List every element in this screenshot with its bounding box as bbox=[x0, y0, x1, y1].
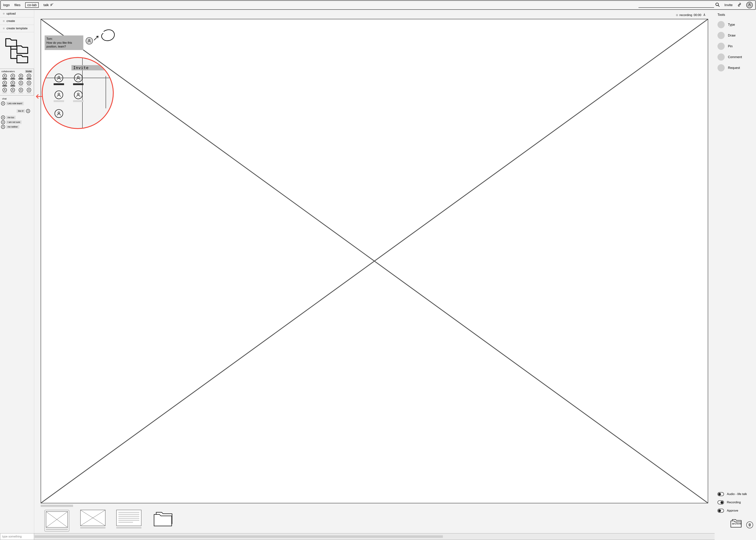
svg-line-5 bbox=[41, 19, 708, 503]
avatar-icon bbox=[1, 120, 5, 124]
chat-panel: chat Lets vote team! like it! me too I a… bbox=[0, 95, 34, 533]
nav-colab[interactable]: co-lab bbox=[25, 2, 39, 8]
nav-logo[interactable]: logo bbox=[3, 3, 10, 7]
collaborator[interactable] bbox=[26, 74, 32, 79]
collaborator[interactable] bbox=[18, 88, 24, 93]
recording-dot-icon bbox=[676, 14, 678, 16]
svg-line-3 bbox=[718, 5, 719, 7]
avatar-icon bbox=[1, 101, 5, 105]
thumbnail-page[interactable] bbox=[116, 510, 141, 528]
recording-label: recording bbox=[680, 13, 692, 17]
action-create-template[interactable]: create template bbox=[0, 25, 34, 32]
cursor-avatar bbox=[86, 37, 93, 45]
svg-point-2 bbox=[716, 3, 718, 6]
thumbnail-strip bbox=[41, 507, 708, 533]
avatar-icon bbox=[1, 125, 5, 129]
toggle-audio[interactable]: Audio - life talk bbox=[717, 492, 753, 496]
collaborator[interactable] bbox=[18, 81, 24, 86]
canvas-vscroll-indicator[interactable] bbox=[41, 505, 73, 507]
chat-message: like it! bbox=[1, 106, 33, 115]
nav-talk-label: talk bbox=[43, 3, 49, 7]
collaborator[interactable] bbox=[1, 81, 8, 86]
tool-request[interactable]: Request bbox=[717, 64, 753, 71]
action-create[interactable]: create bbox=[0, 17, 34, 25]
chat-message: I am not sure bbox=[1, 120, 33, 124]
search[interactable] bbox=[639, 2, 720, 8]
thumbnail-page[interactable] bbox=[44, 510, 69, 532]
profile-avatar[interactable] bbox=[746, 2, 753, 8]
folder-tree-icon[interactable] bbox=[0, 32, 34, 68]
search-icon[interactable] bbox=[715, 2, 720, 8]
recording-time: 00:00 bbox=[693, 13, 701, 17]
collaborator[interactable] bbox=[10, 74, 16, 79]
chat-title: chat bbox=[2, 97, 33, 100]
comment-author: Tom: bbox=[47, 37, 81, 41]
right-sidebar: Tools Type Draw Pin Comment Request Audi… bbox=[715, 10, 756, 533]
recording-status: recording 00:00 bbox=[41, 12, 708, 18]
download-icon[interactable] bbox=[703, 13, 706, 17]
chat-input[interactable]: type something bbox=[0, 533, 34, 540]
collaborator[interactable] bbox=[1, 74, 8, 79]
collaborator[interactable] bbox=[1, 88, 8, 93]
cursor-arrow-icon bbox=[93, 35, 100, 41]
comment-text: How do you like this position, team? bbox=[47, 41, 81, 49]
archive-button[interactable]: archive bbox=[730, 518, 743, 531]
tools-title: Tools bbox=[717, 13, 753, 17]
left-sidebar: upload create create template collaborat… bbox=[0, 10, 34, 533]
horizontal-scrollbar[interactable] bbox=[34, 533, 715, 540]
nav-talk[interactable]: talk bbox=[43, 3, 54, 8]
link-icon[interactable] bbox=[737, 3, 742, 8]
collaborator[interactable] bbox=[18, 74, 24, 79]
trash-button[interactable] bbox=[746, 521, 753, 528]
avatar-icon bbox=[26, 109, 30, 113]
tool-type[interactable]: Type bbox=[717, 21, 753, 28]
collaborator[interactable] bbox=[26, 81, 32, 86]
canvas[interactable]: Tom: How do you like this position, team… bbox=[41, 19, 708, 503]
mute-icon bbox=[50, 3, 54, 8]
collaborators-invite-button[interactable]: Invite bbox=[25, 70, 32, 73]
tool-pin[interactable]: Pin bbox=[717, 43, 753, 50]
invite-link[interactable]: Invite bbox=[724, 3, 733, 7]
nav-files[interactable]: files bbox=[14, 3, 21, 7]
action-upload[interactable]: upload bbox=[0, 10, 34, 17]
chat-message: me neither bbox=[1, 125, 33, 129]
thumbnail-page[interactable] bbox=[80, 510, 105, 528]
collaborators-title: collaborators bbox=[1, 70, 15, 73]
canvas-area: recording 00:00 Tom: How do you like thi… bbox=[34, 10, 715, 533]
tool-comment[interactable]: Comment bbox=[717, 54, 753, 61]
toggle-approve[interactable]: Approve bbox=[717, 509, 753, 513]
canvas-comment: Tom: How do you like this position, team… bbox=[45, 36, 83, 50]
chat-message: me too bbox=[1, 115, 33, 119]
tool-draw[interactable]: Draw bbox=[717, 32, 753, 39]
collaborator[interactable] bbox=[10, 88, 16, 93]
toggle-recording[interactable]: Recording bbox=[717, 500, 753, 504]
chat-message: Lets vote team! bbox=[1, 101, 33, 105]
avatar-icon bbox=[1, 115, 5, 119]
top-bar: logo files co-lab talk Invite bbox=[0, 0, 756, 10]
person-icon bbox=[748, 3, 751, 7]
search-input-line[interactable] bbox=[639, 7, 714, 8]
thumbnail-folder[interactable] bbox=[152, 510, 178, 528]
collaborator[interactable] bbox=[10, 81, 16, 86]
collaborator[interactable] bbox=[26, 88, 32, 93]
sketch-shape bbox=[100, 28, 116, 43]
collaborators-panel: collaborators Invite bbox=[0, 68, 34, 95]
